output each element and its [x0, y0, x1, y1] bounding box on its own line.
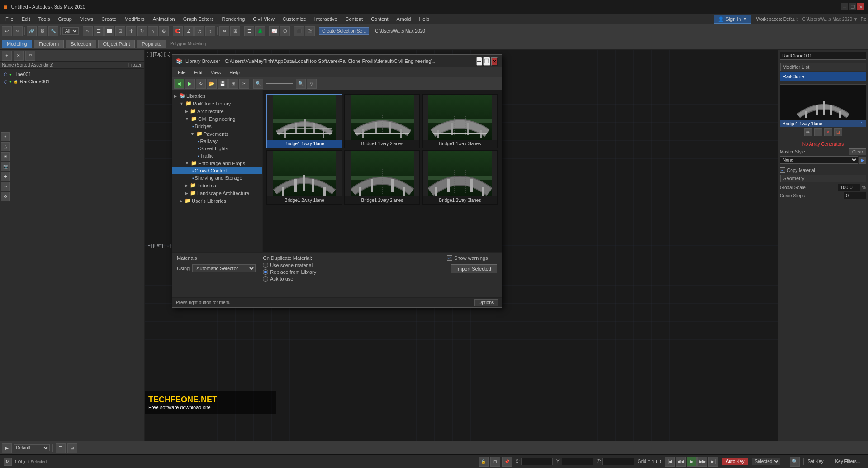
- menu-modifiers[interactable]: Modifiers: [121, 15, 148, 23]
- lib-tree-pavements[interactable]: ▼ 📁 Pavements: [172, 130, 262, 138]
- lib-close-button[interactable]: ✕: [491, 57, 498, 66]
- menu-interactive[interactable]: Content: [342, 15, 367, 23]
- lib-search-button[interactable]: 🔍: [296, 79, 306, 89]
- lib-tree-root[interactable]: ▶ 📚 Libraries: [172, 92, 262, 100]
- curve-editor[interactable]: 📈: [269, 26, 279, 36]
- scale-button[interactable]: ⤡: [148, 26, 158, 36]
- rp-green-btn1[interactable]: +: [814, 128, 822, 136]
- rotate-button[interactable]: ↻: [137, 26, 147, 36]
- select-by-name-button[interactable]: ☰: [94, 26, 104, 36]
- rp-curve-steps-input[interactable]: [844, 192, 866, 199]
- lib-radio-ask-btn[interactable]: [263, 276, 268, 282]
- select-lock-button[interactable]: ⊡: [490, 457, 500, 467]
- lib-item-4[interactable]: Bridge1 2way 1lane: [266, 150, 342, 205]
- rp-master-style-nav[interactable]: ▶: [859, 157, 866, 164]
- lib-radio-replace[interactable]: Replace from Library: [263, 269, 440, 275]
- bt-play-button[interactable]: ▶: [2, 443, 12, 453]
- lib-item-6[interactable]: Bridge1 2way 3lanes: [422, 150, 498, 205]
- lib-menu-view[interactable]: View: [207, 69, 225, 76]
- lib-title-bar[interactable]: 📚 Library Browser - C:\Users\VuaMayTinh\…: [172, 55, 502, 67]
- render-setup[interactable]: 🎬: [305, 26, 315, 36]
- lib-tree-railway[interactable]: ▪ Railway: [172, 138, 262, 145]
- lib-menu-edit[interactable]: Edit: [190, 69, 206, 76]
- lib-tree-industrial[interactable]: ▶ 📁 Industrial: [172, 181, 262, 189]
- menu-file[interactable]: File: [2, 15, 17, 23]
- light-icon[interactable]: ☀: [1, 152, 10, 161]
- bt-grid-button[interactable]: ⊞: [67, 443, 77, 453]
- place-highlight[interactable]: ⊕: [159, 26, 169, 36]
- lib-options-button[interactable]: Options: [474, 299, 498, 306]
- tab-populate[interactable]: Populate: [137, 40, 166, 48]
- lib-item-1[interactable]: Bridge1 1way 1lane: [266, 94, 342, 148]
- set-key-button[interactable]: Set Key: [803, 458, 827, 465]
- rp-clear-button[interactable]: Clear: [849, 148, 866, 155]
- bind-space-warp[interactable]: 🔧: [48, 26, 58, 36]
- minimize-button[interactable]: ─: [841, 3, 848, 10]
- lib-expand-button[interactable]: ⊞: [228, 79, 238, 89]
- create-selection-set-button[interactable]: Create Selection Se...: [319, 27, 369, 35]
- lib-tree-traffic[interactable]: ▪ Traffic: [172, 152, 262, 159]
- lib-tree-bridges[interactable]: ▪ Bridges: [172, 123, 262, 130]
- lib-radio-replace-btn[interactable]: [263, 269, 268, 275]
- space-warp-icon[interactable]: 〜: [1, 182, 10, 191]
- rect-select-button[interactable]: ⬜: [104, 26, 114, 36]
- tab-selection[interactable]: Selection: [66, 40, 96, 48]
- align-button[interactable]: ⊞: [230, 26, 240, 36]
- unlink-button[interactable]: ⛓: [38, 26, 47, 36]
- scene-explorer[interactable]: 🌲: [255, 26, 265, 36]
- rp-edit-button[interactable]: ✏: [804, 128, 812, 136]
- search-button[interactable]: 🔍: [790, 457, 800, 467]
- lock-button[interactable]: 🔒: [479, 457, 489, 467]
- rp-copy-material-checkbox[interactable]: [780, 167, 785, 173]
- rp-help-icon[interactable]: ?: [861, 121, 863, 126]
- snap-button[interactable]: 📌: [502, 457, 512, 467]
- menu-tools[interactable]: Tools: [35, 15, 54, 23]
- y-input[interactable]: [562, 458, 593, 465]
- lib-tree-user-libs[interactable]: ▶ 📁 User's Libraries: [172, 197, 262, 205]
- bt-stack-button[interactable]: ☰: [56, 443, 66, 453]
- window-crossing-button[interactable]: ⊡: [115, 26, 125, 36]
- lib-refresh-button[interactable]: ↻: [196, 79, 206, 89]
- lib-radio-use-scene-btn[interactable]: [263, 263, 268, 268]
- mirror-button[interactable]: ⇔: [219, 26, 229, 36]
- close-button[interactable]: ✕: [857, 3, 864, 10]
- layer-dropdown[interactable]: Default: [14, 444, 50, 451]
- tab-modeling[interactable]: Modeling: [2, 40, 32, 48]
- menu-civil-view[interactable]: Civil View: [249, 15, 278, 23]
- z-input[interactable]: [602, 458, 634, 465]
- layer-manager[interactable]: ☰: [244, 26, 254, 36]
- lib-show-warnings-checkbox[interactable]: [447, 255, 452, 261]
- percent-snap[interactable]: %: [194, 26, 204, 36]
- helper-icon[interactable]: ✚: [1, 172, 10, 181]
- rp-copy-material-row[interactable]: Copy Material: [780, 167, 866, 173]
- tree-item-line001[interactable]: ⬡ ● Line001: [2, 71, 142, 78]
- tree-item-railclone001[interactable]: ⬡ ● 🔒 RailClone001: [2, 78, 142, 85]
- camera-icon[interactable]: 📷: [1, 162, 10, 171]
- menu-scripting[interactable]: Interactive: [311, 15, 341, 23]
- lib-tree-street-lights[interactable]: ▪ Street Lights: [172, 145, 262, 152]
- viewport-area[interactable]: [+] [Top] [...] [+] [Left] [...] 📚 Libra…: [145, 50, 778, 441]
- lib-tool7[interactable]: ✂: [239, 79, 249, 89]
- lib-tree-civil[interactable]: ▼ 📁 Civil Engineering: [172, 115, 262, 123]
- lib-filter-button[interactable]: ▽: [307, 79, 317, 89]
- rp-global-scale-input[interactable]: [838, 184, 860, 191]
- schematic-view[interactable]: ⬡: [280, 26, 290, 36]
- auto-key-button[interactable]: Auto Key: [722, 458, 749, 465]
- x-input[interactable]: [521, 458, 553, 465]
- prev-frame-button[interactable]: |◀: [665, 457, 675, 467]
- maxscript-button[interactable]: M: [4, 458, 12, 466]
- rp-object-name-input[interactable]: [780, 52, 866, 60]
- next-frame-button[interactable]: ▶|: [708, 457, 718, 467]
- lib-forward-button[interactable]: ▶: [185, 79, 195, 89]
- lib-using-dropdown[interactable]: Automatic Selector: [192, 264, 256, 272]
- menu-views[interactable]: Views: [76, 15, 97, 23]
- lib-item-5[interactable]: Bridge1 2way 2lanes: [344, 150, 420, 205]
- selection-filter-dropdown[interactable]: All: [62, 27, 79, 35]
- next-key-button[interactable]: ▶▶: [697, 457, 707, 467]
- restore-button[interactable]: ❐: [849, 3, 856, 10]
- lib-tree-architecture[interactable]: ▶ 📁 Architecture: [172, 107, 262, 115]
- lib-item-3[interactable]: Bridge1 1way 3lanes: [422, 94, 498, 148]
- lib-minimize-button[interactable]: ─: [476, 57, 482, 66]
- material-editor[interactable]: ⬛: [294, 26, 304, 36]
- lib-radio-use-scene[interactable]: Use scene material: [263, 263, 440, 268]
